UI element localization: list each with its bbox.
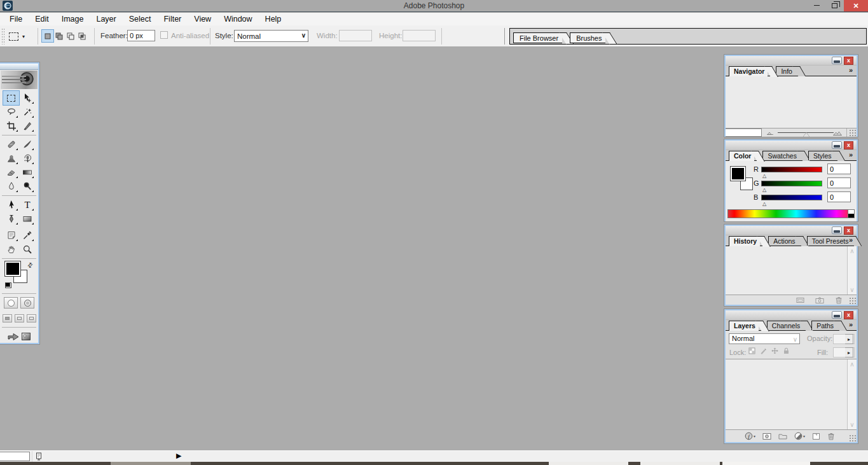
- delete-state-button[interactable]: [835, 296, 843, 304]
- scroll-down-icon[interactable]: ∨: [848, 421, 857, 428]
- layers-scrollbar[interactable]: ∧ ∨: [847, 359, 857, 429]
- tool-preset-picker[interactable]: ▾: [9, 29, 34, 43]
- tab-swatches[interactable]: Swatches: [762, 151, 800, 160]
- palette-menu-icon[interactable]: »: [849, 236, 853, 244]
- new-selection-button[interactable]: [42, 30, 53, 42]
- jump-to-imageready-button[interactable]: [7, 331, 31, 342]
- blue-value-input[interactable]: [827, 191, 851, 202]
- delete-layer-button[interactable]: [827, 432, 835, 440]
- resize-grip[interactable]: [849, 297, 856, 304]
- tab-info[interactable]: Info: [776, 66, 796, 76]
- subtract-selection-button[interactable]: [65, 30, 76, 42]
- color-title-bar[interactable]: x: [726, 141, 857, 150]
- default-colors-icon[interactable]: [5, 282, 11, 288]
- pen-tool[interactable]: [3, 212, 19, 226]
- photoshop-eye-banner[interactable]: [1, 71, 38, 89]
- menu-layer[interactable]: Layer: [90, 13, 122, 25]
- feather-input[interactable]: [127, 30, 155, 41]
- blend-mode-select[interactable]: Normal ∨: [729, 333, 800, 344]
- palette-close-button[interactable]: x: [844, 57, 853, 65]
- green-slider[interactable]: [761, 181, 822, 186]
- crop-tool[interactable]: [3, 119, 19, 133]
- palette-minimize-button[interactable]: [832, 311, 842, 319]
- menu-filter[interactable]: Filter: [157, 13, 188, 25]
- file-browser-well-tab[interactable]: File Browser: [513, 32, 562, 43]
- lock-paint-icon[interactable]: [760, 347, 767, 354]
- healing-brush-tool[interactable]: [3, 137, 19, 151]
- intersect-selection-button[interactable]: [76, 30, 88, 42]
- swap-colors-icon[interactable]: ⇄: [25, 261, 34, 270]
- status-menu-icon[interactable]: ▶: [176, 452, 181, 460]
- palette-close-button[interactable]: x: [844, 311, 853, 319]
- add-selection-button[interactable]: [53, 30, 65, 42]
- slider-marker-icon[interactable]: △: [762, 187, 766, 193]
- slider-marker-icon[interactable]: △: [762, 201, 766, 207]
- tab-navigator[interactable]: Navigator: [729, 66, 768, 76]
- zoom-out-mountain-icon[interactable]: [766, 130, 774, 135]
- palette-menu-icon[interactable]: »: [849, 321, 853, 328]
- red-value-input[interactable]: [827, 163, 851, 174]
- add-layer-mask-button[interactable]: [762, 433, 771, 440]
- palette-minimize-button[interactable]: [832, 226, 842, 234]
- status-zoom-input[interactable]: [0, 452, 30, 461]
- palette-close-button[interactable]: x: [844, 141, 853, 149]
- new-snapshot-button[interactable]: [815, 296, 824, 304]
- history-title-bar[interactable]: x: [726, 226, 857, 235]
- eyedropper-tool[interactable]: [19, 228, 35, 242]
- red-slider[interactable]: [761, 167, 822, 172]
- brushes-well-tab[interactable]: Brushes: [570, 32, 605, 43]
- lasso-tool[interactable]: [3, 105, 19, 119]
- palette-minimize-button[interactable]: [832, 57, 842, 64]
- rectangular-marquee-tool[interactable]: [3, 91, 19, 105]
- tab-paths[interactable]: Paths: [811, 321, 837, 330]
- blur-tool[interactable]: [3, 179, 19, 193]
- opacity-spinner-icon[interactable]: ▸: [845, 334, 853, 344]
- lock-position-icon[interactable]: [771, 347, 778, 354]
- color-spectrum-ramp[interactable]: [727, 209, 855, 218]
- resize-grip[interactable]: [849, 129, 856, 136]
- palette-menu-icon[interactable]: »: [849, 66, 853, 74]
- menu-select[interactable]: Select: [123, 13, 158, 25]
- history-scrollbar[interactable]: ∧ ∨: [847, 246, 857, 295]
- path-selection-tool[interactable]: [3, 198, 19, 212]
- navigator-zoom-input[interactable]: [726, 128, 762, 137]
- slider-marker-icon[interactable]: △: [762, 173, 766, 179]
- standard-screen-button[interactable]: [3, 314, 12, 323]
- layers-title-bar[interactable]: x: [726, 310, 857, 320]
- scroll-up-icon[interactable]: ∧: [848, 361, 857, 368]
- eraser-tool[interactable]: [3, 165, 19, 179]
- clone-stamp-tool[interactable]: [3, 151, 19, 165]
- type-tool[interactable]: T: [19, 198, 35, 212]
- navigator-title-bar[interactable]: x: [726, 56, 857, 66]
- menu-view[interactable]: View: [188, 13, 217, 25]
- resize-grip[interactable]: [849, 434, 856, 441]
- anti-aliased-checkbox[interactable]: [160, 31, 168, 39]
- green-value-input[interactable]: [827, 177, 851, 188]
- fill-spinner-icon[interactable]: ▸: [845, 347, 853, 357]
- brush-tool[interactable]: [19, 137, 35, 151]
- new-layer-set-button[interactable]: [778, 433, 787, 440]
- slice-tool[interactable]: [19, 119, 35, 133]
- history-brush-tool[interactable]: [19, 151, 35, 165]
- tab-actions[interactable]: Actions: [768, 236, 798, 246]
- menu-window[interactable]: Window: [217, 13, 258, 25]
- tab-history[interactable]: History: [729, 236, 760, 246]
- minimize-button[interactable]: [808, 0, 826, 11]
- tab-layers[interactable]: Layers: [729, 321, 759, 331]
- palette-close-button[interactable]: x: [844, 226, 853, 235]
- title-bar[interactable]: Adobe Photoshop ✕: [0, 0, 868, 12]
- fullscreen-button[interactable]: [27, 314, 36, 323]
- fullscreen-menubar-button[interactable]: [15, 314, 24, 323]
- zoom-in-mountain-icon[interactable]: [832, 130, 843, 136]
- new-layer-button[interactable]: [812, 433, 820, 440]
- new-document-from-state-button[interactable]: [796, 296, 804, 304]
- menu-edit[interactable]: Edit: [29, 13, 55, 25]
- toolbox-drag-bar[interactable]: [0, 64, 38, 70]
- lock-transparency-icon[interactable]: [748, 347, 755, 354]
- tab-color[interactable]: Color: [729, 151, 754, 161]
- options-grip[interactable]: [1, 28, 5, 45]
- menu-file[interactable]: File: [3, 13, 29, 25]
- magic-wand-tool[interactable]: [19, 105, 35, 119]
- gradient-tool[interactable]: [19, 165, 35, 179]
- tab-tool-presets[interactable]: Tool Presets: [807, 236, 852, 246]
